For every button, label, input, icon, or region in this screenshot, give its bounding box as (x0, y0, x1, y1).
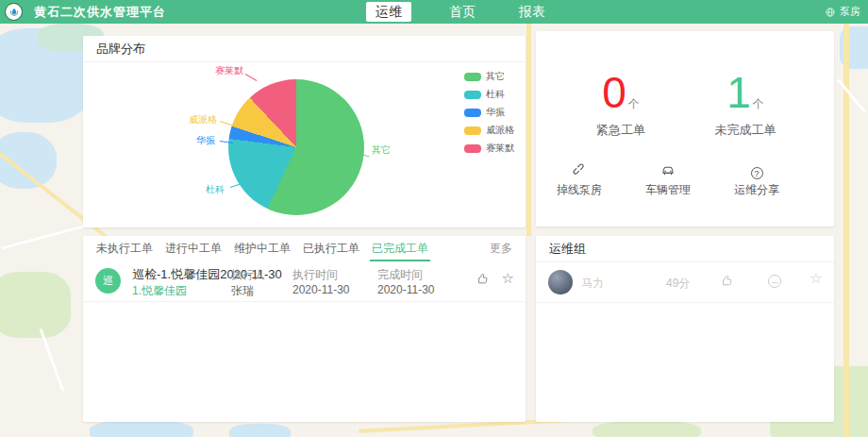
urgent-count: 0 (602, 71, 626, 114)
card-title: 运维组 (536, 236, 834, 262)
legend-item[interactable]: 其它 (464, 70, 514, 83)
tab-in-progress[interactable]: 进行中工单 (165, 236, 222, 261)
water-drop-icon (8, 7, 20, 18)
pie-label-sailaimo: 赛莱默 (215, 64, 243, 77)
quick-actions: 掉线泵房 车辆管理 运维分享 (545, 163, 791, 198)
action-vehicle-management[interactable]: 车辆管理 (634, 163, 702, 198)
more-link[interactable]: 更多 (490, 236, 512, 261)
legend-label: 威派格 (486, 124, 514, 137)
legend-swatch (464, 144, 481, 153)
workorder-tabs: 未执行工单 进行中工单 维护中工单 已执行工单 已完成工单 更多 (83, 236, 526, 261)
card-title: 品牌分布 (83, 36, 526, 62)
map-water-shape (90, 420, 193, 437)
finish-time-label: 完成时间 (377, 267, 423, 283)
pie-label-duke: 杜科 (206, 183, 225, 196)
circle-minus-icon[interactable] (768, 275, 781, 288)
executor-value: 张瑞 (231, 283, 254, 299)
legend-label: 华振 (486, 106, 505, 119)
legend-item[interactable]: 赛莱默 (464, 142, 514, 155)
star-icon[interactable]: ☆ (810, 270, 822, 287)
member-score: 49分 (666, 276, 690, 292)
star-icon[interactable]: ☆ (502, 270, 514, 287)
tab-not-executed[interactable]: 未执行工单 (96, 236, 153, 261)
pump-room-label: 泵房 (840, 5, 860, 19)
legend-swatch (464, 91, 481, 99)
app-root: 黄石二次供水管理平台 运维 首页 报表 泵房 品牌分布 其它 杜科 华振 威派格… (0, 0, 868, 437)
tab-yunwei[interactable]: 运维 (366, 2, 411, 22)
exec-time-label: 执行时间 (292, 267, 338, 283)
action-offline-pumprooms[interactable]: 掉线泵房 (545, 163, 613, 198)
workorder-row[interactable]: 巡 巡检-1.悦馨佳园2020-11-30 1.悦馨佳园 执行人 张瑞 执行时间… (83, 261, 526, 302)
map-road (40, 328, 65, 392)
unfinished-label: 未完成工单 (679, 122, 811, 139)
workorder-stats-card: 0个 紧急工单 1个 未完成工单 掉线泵房 (536, 31, 834, 227)
pie-label-other: 其它 (372, 143, 391, 157)
action-label: 掉线泵房 (545, 182, 613, 198)
map-road (1, 225, 84, 249)
member-name: 马力 (581, 276, 604, 292)
legend-label: 赛莱默 (486, 142, 514, 155)
map-road (837, 78, 866, 112)
tab-home[interactable]: 首页 (443, 0, 481, 24)
pie-legend: 其它 杜科 华振 威派格 赛莱默 (464, 70, 514, 160)
globe-icon (825, 7, 836, 18)
legend-item[interactable]: 杜科 (464, 88, 514, 101)
tab-executed[interactable]: 已执行工单 (303, 236, 359, 261)
map-water-shape (229, 424, 291, 437)
brand-pie-chart[interactable] (228, 79, 364, 215)
tab-completed[interactable]: 已完成工单 (372, 236, 428, 261)
legend-swatch (464, 126, 481, 135)
pie-label-weipaige: 威派格 (189, 113, 217, 126)
header-pump-entry[interactable]: 泵房 (825, 0, 860, 24)
finish-time-value: 2020-11-30 (377, 283, 435, 296)
urgent-label: 紧急工单 (555, 122, 687, 139)
question-circle-icon (723, 163, 791, 180)
urgent-unit: 个 (628, 97, 640, 110)
workorder-avatar: 巡 (95, 268, 121, 294)
thumbs-up-icon[interactable] (721, 274, 734, 291)
pie-label-huazhen: 华振 (196, 134, 215, 147)
exec-time-value: 2020-11-30 (292, 283, 350, 296)
pie-label-line (220, 121, 233, 126)
legend-swatch (464, 109, 481, 117)
unfinished-stat[interactable]: 1个 未完成工单 (679, 71, 811, 139)
map-park-shape (0, 272, 71, 338)
map-road (526, 24, 531, 236)
pie-label-line (245, 74, 258, 81)
legend-item[interactable]: 威派格 (464, 124, 514, 137)
unfinished-unit: 个 (753, 97, 764, 110)
urgent-stat[interactable]: 0个 紧急工单 (555, 71, 687, 139)
map-park-shape (593, 421, 701, 437)
ops-team-card: 运维组 马力 49分 ☆ (536, 236, 834, 422)
unfinished-count: 1 (726, 71, 751, 114)
action-label: 运维分享 (723, 182, 791, 198)
action-ops-share[interactable]: 运维分享 (723, 163, 791, 198)
workorder-location-link[interactable]: 1.悦馨佳园 (132, 283, 187, 299)
executor-label: 执行人 (231, 267, 265, 283)
car-icon (634, 163, 702, 180)
header-tabs: 运维 首页 报表 (366, 0, 551, 24)
app-header: 黄石二次供水管理平台 运维 首页 报表 泵房 (0, 0, 868, 24)
page-title: 黄石二次供水管理平台 (34, 4, 166, 21)
member-avatar (548, 270, 573, 294)
thumbs-up-icon[interactable] (476, 272, 490, 289)
brand-distribution-card: 品牌分布 其它 杜科 华振 威派格 赛莱默 其它 杜科 华振 (83, 36, 526, 227)
action-label: 车辆管理 (634, 182, 702, 198)
team-member-row[interactable]: 马力 49分 ☆ (536, 262, 834, 303)
workorder-list-card: 未执行工单 进行中工单 维护中工单 已执行工单 已完成工单 更多 巡 巡检-1.… (83, 236, 526, 422)
tab-report[interactable]: 报表 (513, 0, 551, 24)
legend-label: 其它 (486, 70, 505, 83)
app-logo (5, 3, 23, 21)
legend-swatch (464, 73, 481, 81)
legend-label: 杜科 (486, 88, 505, 101)
broken-link-icon (545, 163, 613, 180)
legend-item[interactable]: 华振 (464, 106, 514, 119)
tab-under-maintenance[interactable]: 维护中工单 (234, 236, 291, 261)
